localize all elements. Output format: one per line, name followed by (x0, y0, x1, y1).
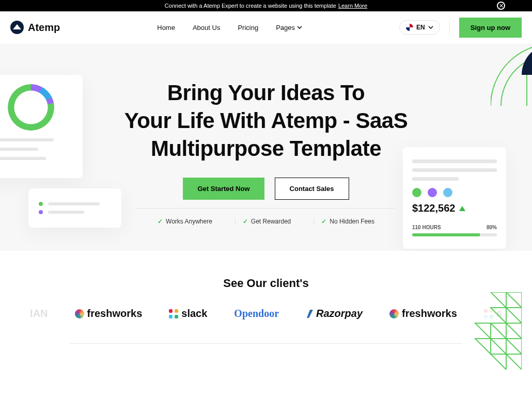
announcement-link[interactable]: Learn More (338, 3, 367, 9)
divider (449, 20, 450, 35)
signup-button[interactable]: Sign up now (459, 18, 522, 38)
client-logo: freshworks (389, 308, 457, 320)
donut-chart-icon (8, 84, 54, 131)
client-logo: Razorpay (306, 308, 363, 320)
contact-sales-button[interactable]: Contact Sales (275, 178, 349, 200)
progress-bar (412, 233, 497, 236)
client-logo: IAN (30, 308, 48, 320)
chevron-down-icon (297, 26, 302, 29)
site-header: Atemp Home About Us Pricing Pages EN Sig… (0, 11, 532, 44)
slack-icon (169, 309, 178, 318)
trend-up-icon (459, 206, 465, 211)
check-icon: ✓ (321, 218, 326, 225)
announcement-bar: Connect with a Atemp Expert to create a … (0, 0, 532, 11)
stat-hours: 110 HOURS (412, 225, 441, 230)
client-logo: freshworks (75, 308, 143, 320)
close-icon[interactable]: ✕ (497, 2, 505, 10)
nav-home[interactable]: Home (157, 24, 175, 31)
feature-row: ✓Works Anywhere ✓Get Rewarded ✓No Hidden… (137, 208, 395, 225)
hero-section: Bring Your Ideas To Your Life With Atemp… (0, 44, 532, 251)
announcement-text: Connect with a Atemp Expert to create a … (165, 3, 336, 9)
chevron-down-icon (428, 26, 433, 29)
check-icon: ✓ (158, 218, 163, 225)
decorative-triangles-icon (470, 292, 522, 370)
freshworks-icon (75, 309, 84, 318)
client-logo: Opendoor (234, 308, 279, 320)
nav-pages[interactable]: Pages (276, 24, 302, 31)
clients-heading: See Our client's (0, 277, 532, 290)
logo-icon (10, 21, 24, 34)
check-icon: ✓ (243, 218, 248, 225)
stat-card: $122,562 110 HOURS 80% (403, 147, 506, 249)
feature-item: ✓Works Anywhere (150, 218, 220, 225)
decorative-list-card (28, 188, 121, 228)
divider (70, 343, 462, 344)
feature-item: ✓No Hidden Fees (314, 218, 382, 225)
stat-amount: $122,562 (412, 202, 455, 214)
language-selector[interactable]: EN (399, 20, 440, 35)
decorative-chart-card (0, 75, 83, 178)
decorative-arc-icon (491, 44, 532, 106)
nav-about[interactable]: About Us (193, 24, 220, 31)
client-logo: slack (169, 308, 207, 320)
freshworks-icon (389, 309, 399, 318)
razorpay-icon (306, 310, 313, 318)
language-code: EN (416, 24, 425, 31)
feature-item: ✓Get Rewarded (235, 218, 298, 225)
brand-logo[interactable]: Atemp (10, 21, 60, 34)
clients-section: See Our client's IAN freshworks slack Op… (0, 251, 532, 375)
stat-percent: 80% (487, 225, 497, 230)
flag-icon (406, 24, 413, 31)
get-started-button[interactable]: Get Started Now (183, 178, 264, 200)
nav-pricing[interactable]: Pricing (238, 24, 258, 31)
primary-nav: Home About Us Pricing Pages (60, 24, 399, 31)
client-logos: IAN freshworks slack Opendoor Razorpay f… (0, 308, 532, 320)
brand-name: Atemp (28, 22, 60, 34)
